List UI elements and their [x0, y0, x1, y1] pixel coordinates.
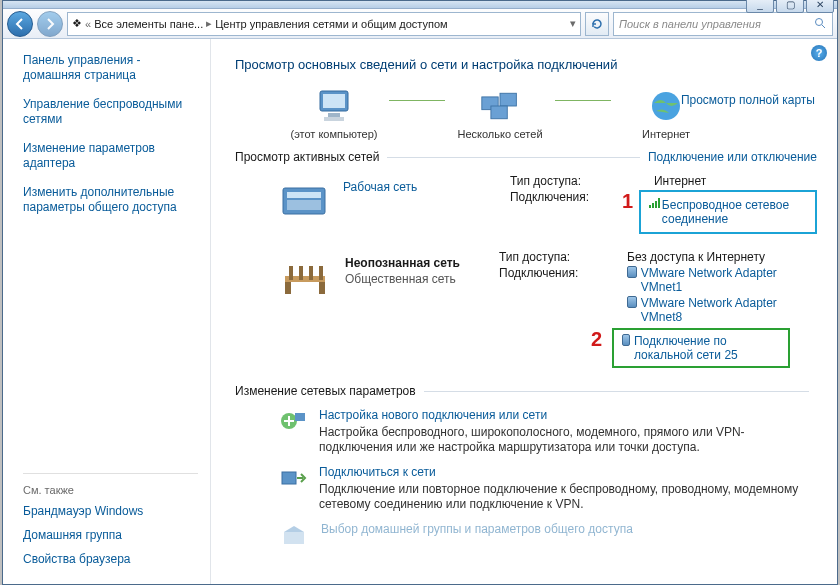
- refresh-icon: [590, 17, 604, 31]
- public-network-icon: [279, 254, 331, 298]
- network-unidentified: Неопознанная сеть Общественная сеть Тип …: [235, 250, 817, 370]
- view-full-map-link[interactable]: Просмотр полной карты: [681, 93, 815, 107]
- adapter-icon: [622, 334, 630, 346]
- breadcrumb-segment[interactable]: Все элементы пане...: [94, 18, 203, 30]
- homegroup-icon: [279, 522, 309, 550]
- close-button[interactable]: ✕: [806, 0, 834, 13]
- svg-rect-22: [284, 532, 304, 544]
- section-change-settings: Изменение сетевых параметров: [235, 384, 416, 398]
- connection-text: Подключение по локальной сети 25: [634, 334, 780, 362]
- search-icon: [814, 17, 827, 30]
- node-this-pc: (этот компьютер): [279, 128, 389, 140]
- svg-rect-10: [287, 192, 321, 198]
- access-value: Без доступа к Интернету: [627, 250, 817, 264]
- maximize-button[interactable]: ▢: [776, 0, 804, 13]
- task-homegroup-link[interactable]: Выбор домашней группы и параметров общег…: [321, 522, 633, 536]
- svg-point-0: [816, 19, 823, 26]
- svg-rect-7: [491, 106, 507, 119]
- sidebar-also-firewall[interactable]: Брандмауэр Windows: [23, 504, 198, 518]
- network-type: Общественная сеть: [345, 272, 499, 286]
- connections-label: Подключения:: [510, 190, 620, 204]
- task-connect: Подключиться к сети Подключение или повт…: [279, 465, 817, 512]
- sidebar: Панель управления - домашняя страница Уп…: [3, 39, 211, 584]
- task-homegroup: Выбор домашней группы и параметров общег…: [279, 522, 817, 550]
- arrow-left-icon: [13, 17, 27, 31]
- network-name: Неопознанная сеть: [345, 256, 499, 270]
- divider: [424, 391, 809, 392]
- svg-rect-3: [328, 113, 340, 117]
- svg-rect-17: [309, 266, 313, 280]
- lan25-link[interactable]: Подключение по локальной сети 25: [622, 334, 780, 362]
- connector-line: [555, 100, 611, 101]
- svg-rect-11: [287, 200, 321, 210]
- connect-disconnect-link[interactable]: Подключение или отключение: [648, 150, 817, 164]
- address-bar: ❖ « Все элементы пане... ▸ Центр управле…: [3, 9, 837, 39]
- nav-back-button[interactable]: [7, 11, 33, 37]
- svg-rect-21: [282, 472, 296, 484]
- access-label: Тип доступа:: [510, 174, 620, 188]
- svg-rect-4: [324, 117, 344, 121]
- network-work: Рабочая сеть Тип доступа: Интернет Подкл…: [235, 174, 817, 236]
- breadcrumb-segment[interactable]: Центр управления сетями и общим доступом: [215, 18, 447, 30]
- svg-rect-6: [500, 93, 516, 106]
- svg-rect-13: [285, 282, 291, 294]
- vmnet8-link[interactable]: VMware Network Adapter VMnet8: [627, 296, 817, 324]
- sidebar-link-sharing[interactable]: Изменить дополнительные параметры общего…: [23, 185, 198, 215]
- task-new-connection: Настройка нового подключения или сети На…: [279, 408, 817, 455]
- main-content: ? Просмотр основных сведений о сети и на…: [211, 39, 837, 584]
- connection-text: VMware Network Adapter VMnet8: [641, 296, 817, 324]
- highlighted-connection-1: Беспроводное сетевое соединение: [639, 190, 817, 234]
- help-icon[interactable]: ?: [811, 45, 827, 61]
- svg-rect-2: [323, 94, 345, 108]
- svg-point-8: [652, 92, 680, 120]
- arrow-right-icon: [43, 17, 57, 31]
- nav-forward-button[interactable]: [37, 11, 63, 37]
- search-input[interactable]: Поиск в панели управления: [613, 12, 833, 36]
- node-internet: Интернет: [611, 128, 721, 140]
- node-multiple-networks: Несколько сетей: [445, 128, 555, 140]
- svg-rect-18: [319, 266, 323, 280]
- chevron-right-icon: ▸: [206, 17, 212, 30]
- task-connect-link[interactable]: Подключиться к сети: [319, 465, 817, 479]
- svg-rect-16: [299, 266, 303, 280]
- highlighted-connection-2: Подключение по локальной сети 25: [612, 328, 790, 368]
- network-name-link[interactable]: Рабочая сеть: [343, 180, 510, 194]
- dropdown-chevron-icon[interactable]: ▾: [570, 17, 576, 30]
- refresh-button[interactable]: [585, 12, 609, 36]
- svg-rect-14: [319, 282, 325, 294]
- computer-icon: [314, 88, 354, 124]
- work-network-icon: [279, 178, 329, 222]
- section-active-networks: Просмотр активных сетей: [235, 150, 379, 164]
- titlebar: _ ▢ ✕: [3, 1, 837, 9]
- connection-text: Беспроводное сетевое соединение: [662, 198, 807, 226]
- annotation-1: 1: [622, 190, 633, 213]
- divider: [387, 157, 640, 158]
- sidebar-also-homegroup[interactable]: Домашняя группа: [23, 528, 198, 542]
- see-also-heading: См. также: [23, 484, 198, 496]
- task-desc: Настройка беспроводного, широкополосного…: [319, 425, 817, 455]
- networks-icon: [480, 88, 520, 124]
- sidebar-link-adapter[interactable]: Изменение параметров адаптера: [23, 141, 198, 171]
- chevron-icon: «: [85, 18, 91, 30]
- adapter-icon: [627, 296, 637, 308]
- svg-rect-15: [289, 266, 293, 280]
- page-title: Просмотр основных сведений о сети и наст…: [235, 57, 817, 72]
- task-new-connection-link[interactable]: Настройка нового подключения или сети: [319, 408, 817, 422]
- sidebar-link-wireless[interactable]: Управление беспроводными сетями: [23, 97, 198, 127]
- task-desc: Подключение или повторное подключение к …: [319, 482, 817, 512]
- minimize-button[interactable]: _: [746, 0, 774, 13]
- svg-rect-20: [295, 413, 305, 421]
- access-value: Интернет: [654, 174, 817, 188]
- connector-line: [389, 100, 445, 101]
- control-panel-window: _ ▢ ✕ ❖ « Все элементы пане... ▸ Центр у…: [2, 0, 838, 585]
- sidebar-also-browser[interactable]: Свойства браузера: [23, 552, 198, 566]
- control-panel-home-link[interactable]: Панель управления - домашняя страница: [23, 53, 198, 83]
- breadcrumb[interactable]: ❖ « Все элементы пане... ▸ Центр управле…: [67, 12, 581, 36]
- new-connection-icon: [279, 408, 307, 436]
- connect-icon: [279, 465, 307, 493]
- signal-icon: [649, 198, 658, 208]
- search-placeholder: Поиск в панели управления: [619, 18, 761, 30]
- vmnet1-link[interactable]: VMware Network Adapter VMnet1: [627, 266, 817, 294]
- connections-label: Подключения:: [499, 266, 609, 280]
- wireless-connection-link[interactable]: Беспроводное сетевое соединение: [649, 198, 807, 226]
